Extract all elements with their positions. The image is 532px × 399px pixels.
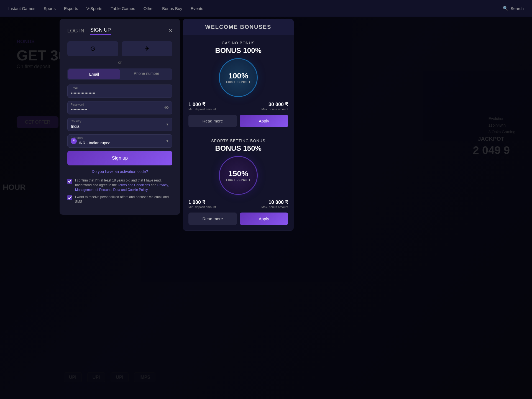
google-icon: G [90,45,95,52]
signup-button[interactable]: Sign up [67,151,172,165]
sports-badge-pct: 150% [226,169,251,178]
casino-bonus-card: CASINO BONUS BONUS 100% 100% FIRST DEPOS… [183,35,294,133]
telegram-icon: ✈ [144,45,149,52]
close-button[interactable]: × [169,27,172,34]
sports-bonus-inner: SPORTS BETTING BONUS BONUS 150% 150% FIR… [183,133,294,231]
tab-login[interactable]: LOG IN [67,28,84,34]
terms-checkbox[interactable] [67,179,72,184]
password-field-group: Password 👁 [67,101,172,114]
nav-other[interactable]: Other [144,6,154,11]
currency-field-group: Currency ₹ INR - Indian rupee ▼ [67,134,172,148]
nav-events[interactable]: Events [191,6,203,11]
nav-bonus-buy[interactable]: Bonus Buy [162,6,182,11]
toggle-email-tab[interactable]: Email [68,69,120,79]
casino-max-bonus-label: Max. bonus amount [261,108,288,111]
casino-min-deposit-label: Min. deposit amount [188,108,216,111]
sports-bonus-stats: 1 000 ₹ Min. deposit amount 10 000 ₹ Max… [188,199,288,209]
currency-select[interactable]: INR - Indian rupee [67,134,172,148]
country-select[interactable]: India [67,118,172,131]
social-buttons: G ✈ [67,41,172,56]
casino-bonus-title: BONUS 100% [188,46,288,55]
casino-read-more-button[interactable]: Read more [188,115,237,127]
offers-checkbox-row: I want to receive personalized offers an… [67,195,172,204]
offers-checkbox[interactable] [67,195,72,200]
auth-modal: LOG IN SIGN UP × G ✈ or Email Phone numb… [60,19,180,215]
sports-max-bonus: 10 000 ₹ Max. bonus amount [261,199,288,209]
terms-text: I confirm that I'm at least 18 years old… [75,178,172,192]
country-field-group: Country India ▼ [67,118,172,131]
sports-max-bonus-label: Max. bonus amount [261,205,288,209]
email-field-group: Email [67,85,172,98]
sports-min-deposit-label: Min. deposit amount [188,205,216,209]
password-visibility-toggle[interactable]: 👁 [164,105,169,111]
sports-bonus-card: SPORTS BETTING BONUS BONUS 150% 150% FIR… [183,133,294,231]
email-input[interactable] [67,85,172,98]
email-label: Email [71,86,78,89]
sports-min-deposit: 1 000 ₹ Min. deposit amount [188,199,216,209]
telegram-login-button[interactable]: ✈ [122,41,173,56]
google-login-button[interactable]: G [67,41,118,56]
or-divider: or [67,60,172,65]
sports-bonus-buttons: Read more Apply [188,213,288,225]
casino-badge-wrap: 100% FIRST DEPOSIT [188,58,288,97]
casino-max-bonus: 30 000 ₹ Max. bonus amount [261,101,288,111]
nav-instant-games[interactable]: Instant Games [8,6,35,11]
sports-read-more-button[interactable]: Read more [188,213,237,225]
casino-bonus-buttons: Read more Apply [188,115,288,127]
bonuses-panel-title: WELCOME BONUSES [188,24,288,30]
casino-bonus-inner: CASINO BONUS BONUS 100% 100% FIRST DEPOS… [183,35,294,133]
top-navigation: Instant Games Sports Esports V-Sports Ta… [0,0,532,17]
sports-bonus-subtitle: SPORTS BETTING BONUS [188,139,288,143]
nav-esports[interactable]: Esports [64,6,78,11]
casino-badge-text: 100% FIRST DEPOSIT [226,71,251,84]
casino-bonus-badge: 100% FIRST DEPOSIT [219,58,258,97]
casino-min-deposit-value: 1 000 ₹ [188,101,216,108]
toggle-phone-tab[interactable]: Phone number [121,68,173,80]
terms-checkbox-row: I confirm that I'm at least 18 years old… [67,178,172,192]
casino-apply-button[interactable]: Apply [240,115,288,127]
sports-bonus-badge: 150% FIRST DEPOSIT [219,156,258,195]
nav-sports[interactable]: Sports [44,6,56,11]
casino-max-bonus-value: 30 000 ₹ [261,101,288,108]
sports-badge-wrap: 150% FIRST DEPOSIT [188,156,288,195]
casino-badge-label: FIRST DEPOSIT [226,81,251,84]
sports-badge-text: 150% FIRST DEPOSIT [226,169,251,182]
password-label: Password [71,103,84,106]
tab-signup[interactable]: SIGN UP [90,27,111,35]
modal-header: LOG IN SIGN UP × [67,27,172,35]
sports-badge-label: FIRST DEPOSIT [226,178,251,182]
sports-min-deposit-value: 1 000 ₹ [188,199,216,205]
casino-badge-pct: 100% [226,71,251,81]
input-type-toggle: Email Phone number [67,68,172,80]
bonuses-panel-header: WELCOME BONUSES [183,19,294,35]
activation-code-link[interactable]: Do you have an activation code? [67,169,172,174]
casino-bonus-stats: 1 000 ₹ Min. deposit amount 30 000 ₹ Max… [188,101,288,111]
offers-text: I want to receive personalized offers an… [75,195,172,204]
search-area[interactable]: 🔍 Search [503,6,524,11]
nav-table-games[interactable]: Table Games [111,6,135,11]
search-label: Search [510,6,524,11]
welcome-bonuses-panel: WELCOME BONUSES CASINO BONUS BONUS 100% … [183,19,294,231]
sports-max-bonus-value: 10 000 ₹ [261,199,288,205]
search-icon: 🔍 [503,6,508,11]
terms-link[interactable]: Terms and Conditions [118,183,150,187]
casino-min-deposit: 1 000 ₹ Min. deposit amount [188,101,216,111]
nav-vsports[interactable]: V-Sports [86,6,103,11]
casino-bonus-subtitle: CASINO BONUS [188,41,288,45]
sports-bonus-title: BONUS 150% [188,144,288,153]
sports-apply-button[interactable]: Apply [240,213,288,225]
